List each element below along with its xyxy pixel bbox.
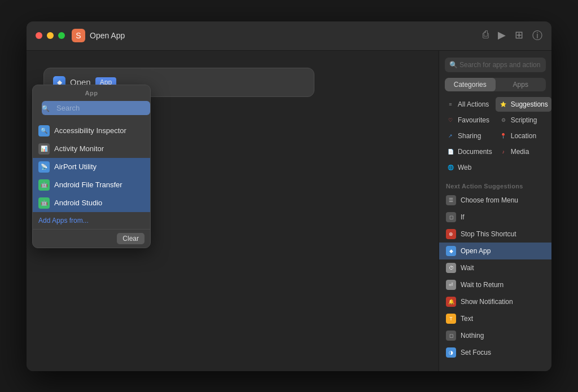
sharing-icon: ↗ bbox=[446, 131, 455, 140]
action-list: ☰ Choose from Menu ◻ If ⊗ Stop This Shor… bbox=[439, 192, 551, 364]
action-icon: T bbox=[446, 314, 456, 324]
app-item-label: Activity Monitor bbox=[54, 144, 104, 153]
app-item-icon: 🔍 bbox=[38, 125, 50, 136]
dropdown-search-input[interactable] bbox=[42, 101, 150, 115]
category-favourites[interactable]: ♡ Favourites bbox=[443, 113, 496, 127]
tab-row: Categories Apps bbox=[445, 78, 546, 91]
clear-button[interactable]: Clear bbox=[117, 233, 144, 244]
dropdown-header: App bbox=[33, 85, 150, 99]
list-item[interactable]: 🤖 Android File Transfer bbox=[33, 176, 150, 194]
category-web[interactable]: 🌐 Web bbox=[443, 160, 496, 175]
titlebar: S Open App ⎙ ▶ ⊞ ⓘ bbox=[27, 21, 551, 51]
action-label: Choose from Menu bbox=[461, 196, 518, 204]
suggestions-icon: ⭐ bbox=[499, 100, 508, 109]
list-item[interactable]: 🔍 Accessibility Inspector bbox=[33, 122, 150, 140]
share-icon[interactable]: ⎙ bbox=[483, 29, 489, 42]
all-actions-icon: ≡ bbox=[446, 100, 455, 109]
action-icon: ◻ bbox=[446, 331, 456, 341]
action-label: If bbox=[461, 213, 465, 221]
dropdown-search-icon: 🔍 bbox=[42, 105, 50, 112]
action-label: Wait bbox=[461, 264, 474, 272]
run-icon[interactable]: ▶ bbox=[498, 29, 506, 42]
action-show-notification[interactable]: 🔔 Show Notification bbox=[439, 293, 551, 310]
category-sharing[interactable]: ↗ Sharing bbox=[443, 129, 496, 143]
location-icon: 📍 bbox=[499, 131, 508, 140]
dropdown-footer: Clear bbox=[33, 229, 150, 248]
action-icon: 🔔 bbox=[446, 297, 456, 307]
list-item[interactable]: 🤖 Android Studio bbox=[33, 194, 150, 212]
search-wrapper: 🔍 bbox=[445, 58, 546, 72]
main-content: ◆ Open App App 🔍 🔍 Accessibility Inspect… bbox=[27, 51, 551, 371]
sidebar-search-input[interactable] bbox=[445, 58, 546, 72]
category-location[interactable]: 📍 Location bbox=[496, 129, 551, 143]
category-label: Documents bbox=[458, 148, 492, 156]
action-choose-from-menu[interactable]: ☰ Choose from Menu bbox=[439, 192, 551, 209]
action-wait-to-return[interactable]: ⏎ Wait to Return bbox=[439, 276, 551, 293]
category-label: Favourites bbox=[458, 116, 489, 124]
section-label: Next Action Suggestions bbox=[439, 179, 551, 192]
app-item-icon: 🤖 bbox=[38, 179, 50, 191]
action-icon: ⊗ bbox=[446, 229, 456, 239]
app-item-label: Android Studio bbox=[54, 199, 102, 207]
category-label: Scripting bbox=[511, 116, 537, 124]
action-set-focus[interactable]: ◑ Set Focus bbox=[439, 344, 551, 361]
window-title: Open App bbox=[90, 31, 125, 40]
search-icon: 🔍 bbox=[449, 61, 458, 69]
list-item[interactable]: 📡 AirPort Utility bbox=[33, 158, 150, 176]
scripting-icon: ⚙ bbox=[499, 116, 508, 125]
documents-icon: 📄 bbox=[446, 147, 455, 156]
action-label: Text bbox=[461, 315, 473, 323]
action-label: Wait to Return bbox=[461, 281, 503, 289]
app-item-icon: 📊 bbox=[38, 143, 50, 155]
action-icon: ⏎ bbox=[446, 280, 456, 290]
main-window: S Open App ⎙ ▶ ⊞ ⓘ ◆ Open App App 🔍 bbox=[27, 21, 551, 371]
media-icon: ♪ bbox=[499, 147, 508, 156]
action-icon: ☰ bbox=[446, 195, 456, 205]
traffic-lights bbox=[36, 32, 65, 39]
tab-apps[interactable]: Apps bbox=[496, 78, 546, 91]
category-documents[interactable]: 📄 Documents bbox=[443, 144, 496, 159]
action-if[interactable]: ◻ If bbox=[439, 209, 551, 226]
action-icon: ◑ bbox=[446, 347, 456, 358]
settings-icon[interactable]: ⊞ bbox=[515, 29, 523, 42]
action-stop-shortcut[interactable]: ⊗ Stop This Shortcut bbox=[439, 226, 551, 243]
action-wait[interactable]: ⏱ Wait bbox=[439, 259, 551, 276]
add-apps-link[interactable]: Add Apps from... bbox=[33, 212, 150, 229]
category-all-actions[interactable]: ≡ All Actions bbox=[443, 97, 496, 112]
category-label: Web bbox=[458, 164, 471, 171]
close-button[interactable] bbox=[36, 32, 42, 39]
action-label: Set Focus bbox=[461, 349, 491, 356]
web-icon: 🌐 bbox=[446, 163, 455, 172]
category-scripting[interactable]: ⚙ Scripting bbox=[496, 113, 551, 127]
app-item-label: Accessibility Inspector bbox=[54, 126, 126, 135]
action-label: Stop This Shortcut bbox=[461, 230, 516, 238]
action-nothing[interactable]: ◻ Nothing bbox=[439, 327, 551, 344]
category-label: Media bbox=[511, 148, 529, 156]
app-list: 🔍 Accessibility Inspector 📊 Activity Mon… bbox=[33, 122, 150, 212]
category-media[interactable]: ♪ Media bbox=[496, 144, 551, 159]
app-item-label: Android File Transfer bbox=[54, 180, 122, 189]
tab-categories[interactable]: Categories bbox=[445, 78, 496, 91]
info-icon[interactable]: ⓘ bbox=[532, 29, 542, 42]
app-item-icon: 🤖 bbox=[38, 197, 50, 209]
action-icon: ⏱ bbox=[446, 263, 456, 273]
favourites-icon: ♡ bbox=[446, 116, 455, 125]
list-item[interactable]: 📊 Activity Monitor bbox=[33, 140, 150, 158]
action-text[interactable]: T Text bbox=[439, 310, 551, 327]
action-repeat[interactable]: ↺ Repeat bbox=[439, 361, 551, 364]
action-label: Show Notification bbox=[461, 298, 513, 306]
app-icon: S bbox=[72, 29, 85, 42]
minimize-button[interactable] bbox=[47, 32, 54, 39]
category-grid: ≡ All Actions ⭐ Suggestions ♡ Favourites… bbox=[439, 97, 551, 175]
right-sidebar: 🔍 Categories Apps ≡ All Actions ⭐ Sugges… bbox=[439, 51, 551, 371]
category-label: Sharing bbox=[458, 132, 481, 140]
canvas-area: ◆ Open App App 🔍 🔍 Accessibility Inspect… bbox=[27, 51, 439, 371]
titlebar-actions: ⎙ ▶ ⊞ ⓘ bbox=[483, 29, 542, 42]
action-label: Nothing bbox=[461, 332, 484, 340]
fullscreen-button[interactable] bbox=[58, 32, 65, 39]
app-dropdown: App 🔍 🔍 Accessibility Inspector 📊 Activi… bbox=[32, 85, 151, 248]
app-item-icon: 📡 bbox=[38, 161, 50, 173]
action-open-app[interactable]: ◆ Open App bbox=[439, 243, 551, 259]
category-suggestions[interactable]: ⭐ Suggestions bbox=[496, 97, 551, 112]
action-label: Open App bbox=[461, 247, 491, 255]
